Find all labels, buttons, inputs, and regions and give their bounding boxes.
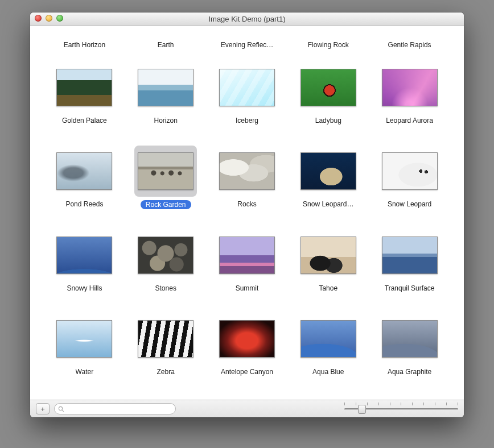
- image-caption: Iceberg: [236, 117, 258, 125]
- thumbnail-wrap: [378, 146, 441, 197]
- thumbnail-wrap: [134, 313, 197, 364]
- image-caption: Evening Reflec…: [221, 41, 274, 49]
- thumbnail[interactable]: [138, 237, 194, 274]
- thumbnail[interactable]: [219, 237, 275, 274]
- image-caption: Ladybug: [315, 117, 341, 125]
- thumbnail-size-slider[interactable]: [344, 404, 458, 414]
- titlebar[interactable]: Image Kit Demo (part1): [30, 13, 464, 26]
- thumbnail[interactable]: [219, 152, 275, 190]
- thumbnail-wrap: [53, 62, 116, 113]
- thumbnail-wrap: [134, 62, 197, 113]
- thumbnail-wrap: [216, 62, 278, 113]
- image-item[interactable]: Zebra: [125, 313, 207, 393]
- image-item[interactable]: Tahoe: [287, 230, 369, 309]
- thumbnail-wrap: [297, 230, 360, 281]
- thumbnail[interactable]: [138, 152, 194, 190]
- thumbnail[interactable]: [56, 69, 112, 106]
- thumbnail[interactable]: [138, 69, 194, 106]
- thumbnail[interactable]: [300, 69, 356, 106]
- thumbnail-wrap: [216, 230, 278, 281]
- thumbnail[interactable]: [219, 69, 275, 106]
- image-item[interactable]: Earth: [125, 29, 207, 57]
- thumbnail-wrap: [53, 313, 116, 364]
- svg-line-1: [62, 410, 64, 412]
- thumbnail[interactable]: [382, 237, 438, 274]
- thumbnail-wrap: [378, 230, 441, 281]
- svg-point-0: [59, 406, 62, 410]
- thumbnail[interactable]: [382, 69, 438, 106]
- image-item[interactable]: Ladybug: [287, 62, 369, 142]
- thumbnail-wrap: [53, 230, 116, 281]
- image-item[interactable]: Pond Reeds: [44, 146, 125, 225]
- thumbnail[interactable]: [138, 320, 194, 358]
- image-item[interactable]: Tranquil Surface: [369, 230, 450, 309]
- image-item[interactable]: Snow Leopard: [369, 146, 450, 225]
- thumbnail-wrap: [297, 62, 360, 113]
- image-caption: Snow Leopard: [388, 200, 431, 208]
- image-item[interactable]: Water: [44, 313, 125, 393]
- image-item[interactable]: Rocks: [207, 146, 288, 225]
- plus-icon: +: [40, 405, 45, 413]
- image-item[interactable]: Snowy Hills: [44, 230, 125, 309]
- image-item[interactable]: Antelope Canyon: [207, 313, 288, 393]
- thumbnail[interactable]: [300, 320, 356, 358]
- image-caption: Rocks: [237, 200, 256, 208]
- image-item[interactable]: Horizon: [125, 62, 207, 142]
- image-caption: Flowing Rock: [308, 41, 349, 49]
- thumbnail[interactable]: [56, 152, 112, 190]
- add-button[interactable]: +: [36, 403, 50, 414]
- thumbnail-wrap: [53, 146, 116, 197]
- search-field[interactable]: [54, 403, 176, 414]
- image-caption: Earth: [158, 41, 174, 49]
- image-caption: Stones: [155, 284, 176, 292]
- thumbnail-wrap: [216, 146, 278, 197]
- thumbnail-wrap: [134, 146, 197, 197]
- image-item[interactable]: Aqua Blue: [287, 313, 369, 393]
- window-title: Image Kit Demo (part1): [30, 15, 464, 23]
- image-caption: Antelope Canyon: [221, 368, 273, 376]
- image-item[interactable]: Flowing Rock: [287, 29, 369, 57]
- thumbnail[interactable]: [300, 237, 356, 274]
- thumbnail[interactable]: [300, 152, 356, 190]
- image-item[interactable]: Evening Reflec…: [207, 29, 288, 57]
- image-item[interactable]: Snow Leopard…: [287, 146, 369, 225]
- thumbnail[interactable]: [382, 152, 438, 190]
- thumbnail[interactable]: [56, 320, 112, 358]
- image-item[interactable]: Gentle Rapids: [369, 29, 450, 57]
- thumbnail-wrap: [297, 313, 360, 364]
- thumbnail[interactable]: [382, 320, 438, 358]
- image-item[interactable]: Leopard Aurora: [369, 62, 450, 142]
- close-icon[interactable]: [35, 15, 42, 22]
- image-item[interactable]: Iceberg: [207, 62, 288, 142]
- image-caption: Zebra: [157, 368, 175, 376]
- image-item[interactable]: Stones: [125, 230, 207, 309]
- image-item[interactable]: Aqua Graphite: [369, 313, 450, 393]
- image-item[interactable]: Golden Palace: [44, 62, 125, 142]
- thumbnail[interactable]: [56, 237, 112, 274]
- thumbnail-wrap: [216, 313, 278, 364]
- minimize-icon[interactable]: [46, 15, 52, 22]
- image-caption: Horizon: [154, 117, 178, 125]
- image-caption: Leopard Aurora: [386, 117, 433, 125]
- image-item[interactable]: Earth Horizon: [44, 29, 125, 57]
- image-caption: Summit: [236, 284, 259, 292]
- image-item[interactable]: Summit: [207, 230, 288, 309]
- zoom-icon[interactable]: [56, 15, 63, 22]
- window-controls: [35, 15, 63, 22]
- thumbnail-wrap: [378, 62, 441, 113]
- bottom-toolbar: +: [30, 400, 464, 417]
- image-caption: Water: [76, 368, 94, 376]
- thumbnail[interactable]: [219, 320, 275, 358]
- app-window: Image Kit Demo (part1) Earth HorizonEart…: [30, 13, 464, 417]
- image-caption: Aqua Graphite: [388, 368, 431, 376]
- slider-knob[interactable]: [358, 405, 366, 414]
- image-browser[interactable]: Earth HorizonEarthEvening Reflec…Flowing…: [30, 26, 464, 400]
- image-caption: Tahoe: [319, 284, 337, 292]
- image-caption: Earth Horizon: [64, 41, 105, 49]
- search-input[interactable]: [67, 405, 172, 413]
- search-icon: [58, 406, 64, 412]
- thumbnail-wrap: [134, 230, 197, 281]
- image-item[interactable]: Rock Garden: [125, 146, 207, 225]
- thumbnail-wrap: [378, 313, 441, 364]
- image-caption: Aqua Blue: [312, 368, 344, 376]
